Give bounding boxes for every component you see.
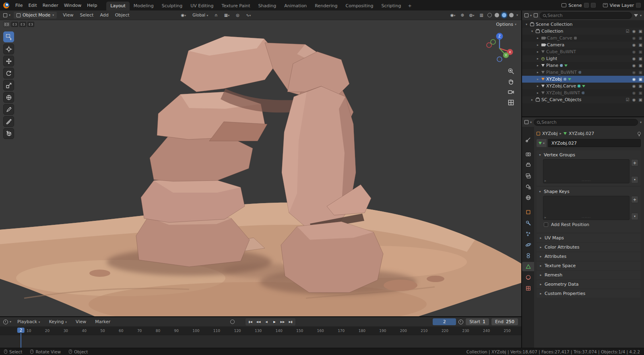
workspace-tab-shading[interactable]: Shading — [254, 2, 281, 10]
properties-tab-constraints[interactable] — [523, 251, 533, 260]
browse-mesh-button[interactable]: ▾ — [537, 139, 547, 147]
filter-dropdown-icon[interactable]: ▾ — [640, 14, 642, 17]
workspace-tab-layout[interactable]: Layout — [106, 2, 129, 10]
properties-tab-world[interactable] — [523, 193, 533, 202]
playhead[interactable]: 2 — [17, 328, 25, 333]
outliner-row-cam-carve[interactable]: ▸ Cam_Carve ◉▣ — [522, 35, 644, 42]
pan-hand-icon[interactable] — [508, 78, 514, 85]
options-dropdown[interactable]: Options▾ — [496, 22, 516, 27]
hide-toggle[interactable]: ◉ — [632, 50, 636, 54]
outliner-row-plane-buwnt[interactable]: ▸ Plane_BuWNT ◉▣ — [522, 69, 644, 76]
properties-editor-type-button[interactable]: ▾ — [524, 120, 532, 124]
timeline-editor-type-button[interactable]: ▾ — [3, 320, 11, 324]
proportional-edit-icon[interactable]: ◎ — [235, 12, 241, 18]
pin-scene-button[interactable] — [584, 3, 589, 8]
next-keyframe-button[interactable]: ▶▶ — [279, 319, 286, 325]
breadcrumb-data[interactable]: XYZobj.027 — [569, 131, 594, 136]
outliner-row-plane[interactable]: ▸ Plane ◉▣ — [522, 62, 644, 69]
outliner-row-collection[interactable]: ▾ Collection ☑◉▣ — [522, 28, 644, 35]
drag-grip[interactable]: ······ — [582, 179, 591, 183]
render-toggle[interactable]: ▣ — [639, 50, 642, 54]
filter-icon[interactable] — [634, 14, 638, 17]
render-toggle[interactable]: ▣ — [639, 36, 642, 40]
add-vertex-group-button[interactable]: + — [631, 159, 638, 166]
properties-panel-collapsed[interactable]: ▸ Geometry Data — [537, 280, 641, 289]
workspace-tab-rendering[interactable]: Rendering — [311, 2, 341, 10]
properties-panel-collapsed[interactable]: ▸ Texture Space — [537, 262, 641, 270]
vertex-groups-list[interactable]: ▸ ······ — [543, 159, 630, 183]
end-frame-field[interactable]: End250 — [491, 318, 518, 325]
shading-material-preview-icon[interactable] — [502, 13, 506, 17]
gizmo-toggle-icon[interactable]: ⊕ — [459, 12, 465, 18]
menu-item[interactable]: File — [12, 2, 25, 9]
disclosure-icon[interactable]: ▸ — [530, 98, 534, 102]
toggle-ortho-icon[interactable] — [508, 99, 514, 106]
outliner-row-camera[interactable]: ▸ Camera ◉▣ — [522, 42, 644, 48]
workspace-tab-texture-paint[interactable]: Texture Paint — [218, 2, 254, 10]
outliner-row-cube-buwnt[interactable]: ▸ Cube_BuWNT ◉▣ — [522, 48, 644, 55]
hide-toggle[interactable]: ◉ — [632, 56, 636, 61]
render-toggle[interactable]: ▣ — [639, 63, 642, 68]
snap-target-icon[interactable]: ▦▾ — [223, 12, 231, 18]
disclosure-icon[interactable]: ▾ — [530, 29, 534, 33]
viewport-menu-item[interactable]: View — [60, 12, 76, 19]
overlays-toggle-icon[interactable]: ◍▾ — [468, 12, 476, 18]
pin-id-icon[interactable] — [638, 132, 641, 135]
workspace-tab-scripting[interactable]: Scripting — [377, 2, 405, 10]
shape-keys-panel-header[interactable]: ▾ Shape Keys — [538, 188, 639, 195]
current-frame-field[interactable]: 2 — [433, 318, 456, 325]
playback-menu[interactable]: Playback ▾ — [14, 318, 43, 325]
properties-tab-output[interactable] — [523, 160, 533, 170]
select-mode-new[interactable] — [3, 22, 10, 27]
properties-tab-tool[interactable] — [523, 135, 533, 144]
preview-range-icon[interactable] — [458, 320, 463, 324]
render-toggle[interactable]: ▣ — [639, 43, 642, 47]
menu-item[interactable]: Window — [61, 2, 84, 9]
properties-tab-render[interactable] — [523, 149, 533, 159]
blender-logo-icon[interactable] — [3, 2, 9, 8]
properties-panel-collapsed[interactable]: ▸ UV Maps — [537, 234, 641, 242]
mesh-name-field[interactable]: XYZobj.027 — [548, 139, 641, 147]
shape-key-specials-button[interactable]: ▾ — [631, 213, 638, 220]
vertex-groups-panel-header[interactable]: ▾ Vertex Groups — [538, 151, 639, 159]
editor-type-button[interactable]: ▾ — [3, 13, 10, 17]
outliner-display-mode-icon[interactable] — [534, 13, 538, 17]
snap-magnet-icon[interactable]: ∩ — [213, 12, 219, 18]
outliner-row-scene-collection[interactable]: ▾ Scene Collection — [522, 21, 644, 28]
properties-tab-view-layer[interactable] — [523, 171, 533, 181]
jump-to-end-button[interactable]: ▶▮ — [287, 319, 294, 325]
disclosure-icon[interactable]: ▸ — [536, 43, 540, 47]
hide-toggle[interactable]: ◉ — [632, 36, 636, 40]
resize-handle[interactable]: ▸ — [545, 179, 546, 183]
outliner-search-input[interactable] — [547, 13, 629, 18]
select-mode-intersect[interactable] — [27, 22, 34, 27]
timeline-track[interactable] — [0, 335, 521, 348]
proportional-falloff-icon[interactable]: ∿▾ — [245, 12, 252, 18]
timeline-view-menu[interactable]: View — [73, 318, 89, 325]
workspace-tab-uv-editing[interactable]: UV Editing — [186, 2, 217, 10]
properties-panel-collapsed[interactable]: ▸ Custom Properties — [537, 289, 641, 298]
workspace-tab-modeling[interactable]: Modeling — [130, 2, 158, 10]
disclosure-icon[interactable]: ▸ — [536, 64, 540, 67]
exclude-checkbox[interactable]: ☑ — [626, 29, 630, 33]
marker-menu[interactable]: Marker — [92, 318, 113, 325]
add-workspace-button[interactable]: + — [405, 2, 414, 10]
outliner-editor-type-button[interactable]: ▾ — [524, 13, 532, 17]
keying-menu[interactable]: Keying ▾ — [46, 318, 70, 325]
auto-keying-toggle[interactable] — [230, 320, 235, 324]
hide-toggle[interactable]: ◉ — [632, 77, 636, 81]
properties-tab-particles[interactable] — [523, 229, 533, 239]
render-toggle[interactable]: ▣ — [639, 70, 642, 75]
properties-tab-material[interactable] — [523, 273, 533, 282]
mode-selector[interactable]: Object Mode▾ — [14, 12, 57, 19]
timeline-ruler[interactable]: 1020304050607080901001101201301401501601… — [0, 327, 521, 335]
properties-tab-object-data[interactable] — [522, 262, 534, 271]
new-scene-button[interactable] — [591, 3, 596, 8]
zoom-icon[interactable] — [508, 68, 514, 75]
orientation-selector[interactable]: Global ▾ — [191, 12, 209, 18]
xray-toggle-icon[interactable]: ▥ — [479, 12, 485, 18]
disclosure-icon[interactable]: ▸ — [536, 36, 540, 40]
properties-search[interactable] — [534, 119, 638, 126]
render-toggle[interactable]: ▣ — [639, 91, 642, 95]
viewport-canvas[interactable]: Options▾ Z X Y — [0, 20, 521, 316]
